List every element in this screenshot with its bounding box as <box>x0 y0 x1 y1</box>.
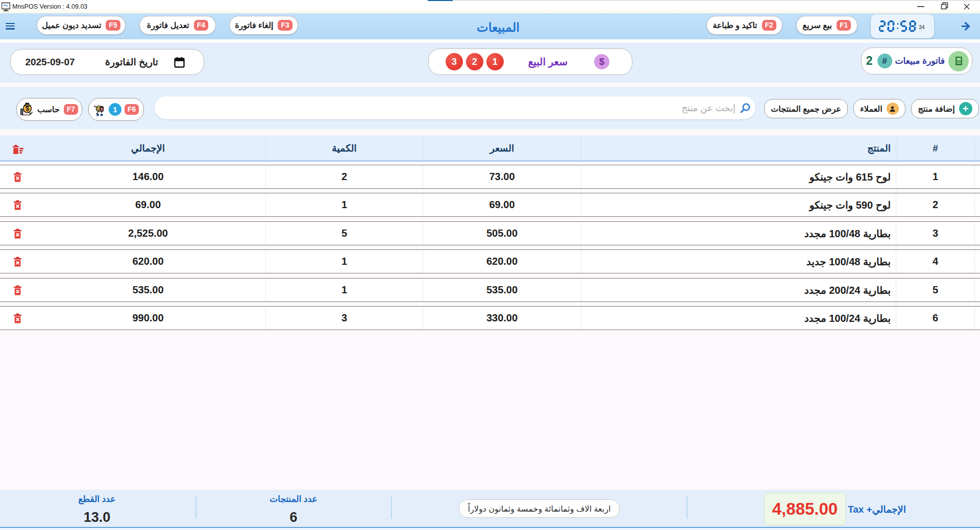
svg-text:34: 34 <box>919 24 925 30</box>
svg-text:$: $ <box>26 105 29 112</box>
